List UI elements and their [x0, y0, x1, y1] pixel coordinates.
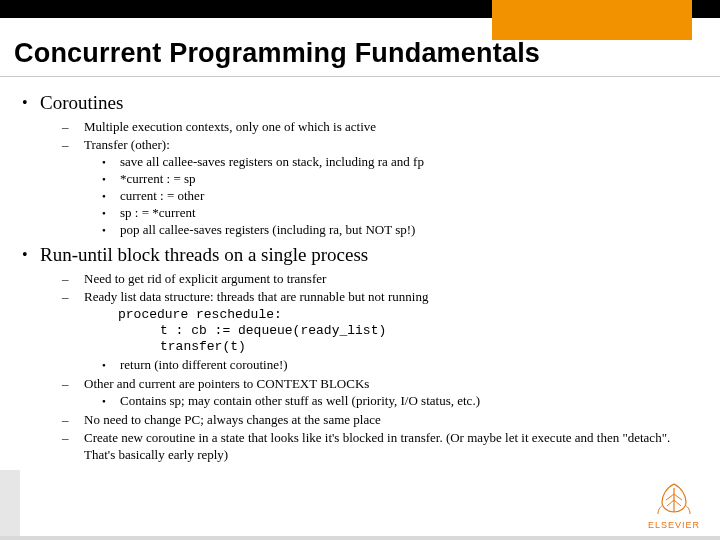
heading-text: Coroutines — [40, 92, 123, 114]
elsevier-label: ELSEVIER — [648, 520, 700, 530]
code-line: transfer(t) — [118, 339, 700, 355]
svg-line-4 — [667, 500, 674, 506]
bullet-level2: – Create new coroutine in a state that l… — [62, 429, 700, 463]
bullet-level1: • Run-until block threads on a single pr… — [22, 244, 700, 266]
item-text: Transfer (other): — [84, 136, 700, 153]
footer-shadow — [0, 536, 720, 540]
bullet-level3: •save all callee-saves registers on stac… — [102, 154, 700, 170]
level3-group: •Contains sp; may contain other stuff as… — [102, 393, 700, 409]
bullet-level1: • Coroutines — [22, 92, 700, 114]
dash-icon: – — [62, 411, 84, 428]
level3-group: •save all callee-saves registers on stac… — [102, 154, 700, 238]
svg-line-2 — [666, 494, 674, 500]
slide-content: • Coroutines – Multiple execution contex… — [22, 92, 700, 469]
svg-line-5 — [674, 500, 681, 506]
bullet-level2: – Transfer (other): — [62, 136, 700, 153]
slide-title: Concurrent Programming Fundamentals — [14, 38, 706, 69]
heading-text: Run-until block threads on a single proc… — [40, 244, 368, 266]
dot-icon: • — [102, 393, 120, 409]
item-text: No need to change PC; always changes at … — [84, 411, 700, 428]
bullet-level3: •pop all callee-saves registers (includi… — [102, 222, 700, 238]
dot-icon: • — [102, 357, 120, 373]
top-orange-block — [492, 0, 692, 40]
code-line: procedure reschedule: — [118, 307, 700, 323]
title-underline — [0, 76, 720, 77]
left-shadow — [0, 470, 20, 536]
dot-icon: • — [102, 188, 120, 204]
sub-text: Contains sp; may contain other stuff as … — [120, 393, 700, 409]
slide: Concurrent Programming Fundamentals • Co… — [0, 0, 720, 540]
bullet-level2: – Multiple execution contexts, only one … — [62, 118, 700, 135]
code-block: procedure reschedule: t : cb := dequeue(… — [118, 307, 700, 355]
bullet-level2: – No need to change PC; always changes a… — [62, 411, 700, 428]
dash-icon: – — [62, 118, 84, 135]
item-text: Create new coroutine in a state that loo… — [84, 429, 700, 463]
level2-group: – Need to get rid of explicit argument t… — [62, 270, 700, 463]
elsevier-logo: ELSEVIER — [648, 478, 700, 530]
dash-icon: – — [62, 429, 84, 463]
dot-icon: • — [102, 222, 120, 238]
bullet-level2: – Ready list data structure: threads tha… — [62, 288, 700, 305]
sub-text: save all callee-saves registers on stack… — [120, 154, 700, 170]
dot-icon: • — [102, 154, 120, 170]
bullet-dot: • — [22, 244, 40, 266]
dash-icon: – — [62, 288, 84, 305]
code-line: t : cb := dequeue(ready_list) — [118, 323, 700, 339]
sub-text: sp : = *current — [120, 205, 700, 221]
sub-text: current : = other — [120, 188, 700, 204]
bullet-level2: – Other and current are pointers to CONT… — [62, 375, 700, 392]
bullet-level3: •*current : = sp — [102, 171, 700, 187]
bullet-level3: •Contains sp; may contain other stuff as… — [102, 393, 700, 409]
bullet-dot: • — [22, 92, 40, 114]
dash-icon: – — [62, 270, 84, 287]
bullet-level2: – Need to get rid of explicit argument t… — [62, 270, 700, 287]
sub-text: *current : = sp — [120, 171, 700, 187]
bullet-level3: •return (into different coroutine!) — [102, 357, 700, 373]
item-text: Need to get rid of explicit argument to … — [84, 270, 700, 287]
sub-text: return (into different coroutine!) — [120, 357, 700, 373]
dash-icon: – — [62, 136, 84, 153]
svg-line-3 — [674, 494, 682, 500]
dot-icon: • — [102, 205, 120, 221]
bullet-level3: •sp : = *current — [102, 205, 700, 221]
item-text: Multiple execution contexts, only one of… — [84, 118, 700, 135]
item-text: Ready list data structure: threads that … — [84, 288, 700, 305]
level3-group: •return (into different coroutine!) — [102, 357, 700, 373]
bullet-level3: •current : = other — [102, 188, 700, 204]
dot-icon: • — [102, 171, 120, 187]
dash-icon: – — [62, 375, 84, 392]
sub-text: pop all callee-saves registers (includin… — [120, 222, 700, 238]
level2-group: – Multiple execution contexts, only one … — [62, 118, 700, 238]
tree-icon — [652, 478, 696, 518]
item-text: Other and current are pointers to CONTEX… — [84, 375, 700, 392]
